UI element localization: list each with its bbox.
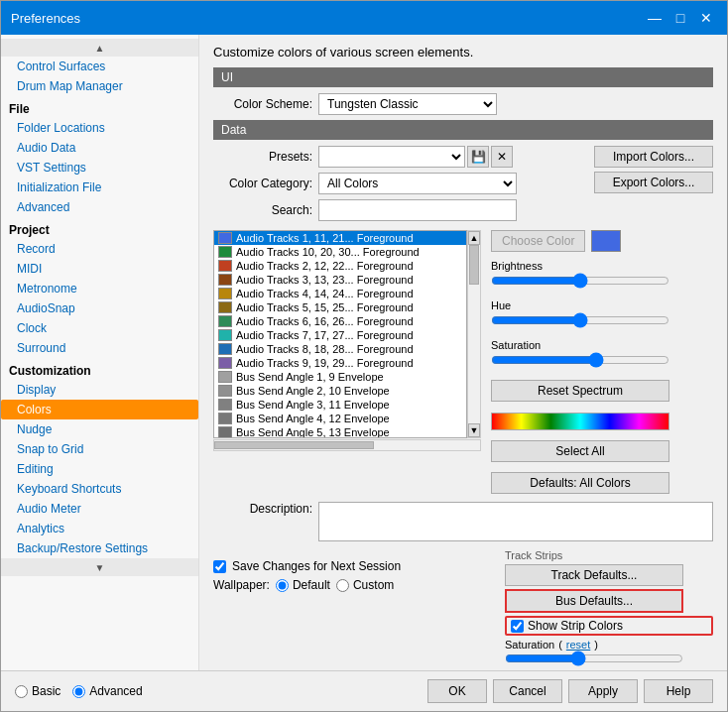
list-item-label: Audio Tracks 1, 11, 21... Foreground (236, 232, 414, 244)
sidebar-scroll-down[interactable]: ▼ (1, 558, 198, 576)
hue-slider[interactable] (491, 312, 669, 328)
main-content: ▲ Control Surfaces Drum Map Manager File… (1, 35, 727, 670)
list-item[interactable]: Audio Tracks 5, 15, 25... Foreground (214, 300, 466, 314)
list-item[interactable]: Audio Tracks 3, 13, 23... Foreground (214, 273, 466, 287)
sidebar-item-analytics[interactable]: Analytics (1, 519, 198, 538)
color-list[interactable]: Audio Tracks 1, 11, 21... ForegroundAudi… (213, 230, 467, 438)
list-item[interactable]: Bus Send Angle 4, 12 Envelope (214, 412, 466, 425)
sidebar-item-control-surfaces[interactable]: Control Surfaces (1, 57, 198, 76)
custom-radio-text: Custom (353, 578, 394, 592)
minimize-button[interactable]: — (644, 7, 666, 29)
saturation-row: Saturation ( reset ) (505, 639, 713, 651)
color-preview (591, 230, 621, 252)
sidebar-item-surround[interactable]: Surround (1, 338, 198, 358)
basic-radio[interactable] (15, 685, 28, 698)
list-item[interactable]: Audio Tracks 10, 20, 30... Foreground (214, 245, 466, 259)
list-item[interactable]: Audio Tracks 8, 18, 28... Foreground (214, 342, 466, 356)
scroll-down-btn[interactable]: ▼ (468, 423, 480, 437)
save-changes-checkbox[interactable] (213, 560, 226, 573)
footer: Basic Advanced OK Cancel Apply Help (1, 670, 727, 711)
presets-select[interactable] (318, 146, 465, 168)
panel-description: Customize colors of various screen eleme… (213, 45, 713, 59)
reset-spectrum-btn[interactable]: Reset Spectrum (491, 380, 669, 402)
bus-defaults-btn[interactable]: Bus Defaults... (505, 589, 683, 613)
export-colors-btn[interactable]: Export Colors... (594, 172, 713, 193)
brightness-slider[interactable] (491, 273, 669, 289)
maximize-button[interactable]: □ (669, 7, 691, 29)
horizontal-scrollbar[interactable] (213, 439, 481, 451)
wallpaper-custom-radio[interactable] (336, 579, 349, 592)
description-row: Description: (213, 502, 713, 541)
sidebar-item-clock[interactable]: Clock (1, 318, 198, 338)
sidebar-item-record[interactable]: Record (1, 239, 198, 259)
sidebar-item-midi[interactable]: MIDI (1, 259, 198, 279)
save-changes-row: Save Changes for Next Session (213, 559, 495, 573)
sat-close-paren: ) (594, 639, 598, 651)
list-item-label: Audio Tracks 6, 16, 26... Foreground (236, 315, 414, 327)
cancel-button[interactable]: Cancel (493, 679, 562, 703)
list-item[interactable]: Audio Tracks 2, 12, 22... Foreground (214, 259, 466, 273)
color-scheme-select[interactable]: Tungsten Classic (318, 93, 497, 115)
sidebar-item-drum-map[interactable]: Drum Map Manager (1, 76, 198, 96)
advanced-radio-label: Advanced (72, 684, 142, 698)
choose-color-row: Choose Color (491, 230, 713, 252)
list-item[interactable]: Bus Send Angle 1, 9 Envelope (214, 370, 466, 384)
sidebar-item-display[interactable]: Display (1, 380, 198, 400)
list-item[interactable]: Bus Send Angle 5, 13 Envelope (214, 425, 466, 438)
sidebar-item-audio-data[interactable]: Audio Data (1, 138, 198, 158)
list-item-label: Audio Tracks 4, 14, 24... Foreground (236, 288, 414, 299)
import-colors-btn[interactable]: Import Colors... (594, 146, 713, 168)
list-item[interactable]: Audio Tracks 1, 11, 21... Foreground (214, 231, 466, 245)
brightness-label: Brightness (491, 260, 713, 272)
list-item-label: Audio Tracks 9, 19, 29... Foreground (236, 357, 414, 369)
search-input[interactable] (318, 199, 517, 221)
show-strip-checkbox[interactable] (511, 620, 524, 633)
saturation-reset-link[interactable]: reset (566, 639, 590, 651)
advanced-radio[interactable] (72, 685, 85, 698)
category-select[interactable]: All Colors (318, 173, 517, 194)
sidebar-item-advanced[interactable]: Advanced (1, 197, 198, 217)
sidebar-item-audiosnap[interactable]: AudioSnap (1, 298, 198, 318)
list-item[interactable]: Audio Tracks 7, 17, 27... Foreground (214, 328, 466, 342)
help-button[interactable]: Help (644, 679, 713, 703)
sidebar-item-audio-meter[interactable]: Audio Meter (1, 499, 198, 519)
scroll-track[interactable] (468, 245, 480, 423)
wallpaper-row: Wallpaper: Default Custom (213, 578, 495, 592)
sidebar-item-metronome[interactable]: Metronome (1, 279, 198, 298)
defaults-all-colors-btn[interactable]: Defaults: All Colors (491, 472, 669, 494)
sidebar-item-snap-to-grid[interactable]: Snap to Grid (1, 439, 198, 459)
color-swatch (218, 246, 232, 258)
sidebar-item-backup-restore[interactable]: Backup/Restore Settings (1, 538, 198, 558)
sidebar-item-editing[interactable]: Editing (1, 459, 198, 479)
hscroll-thumb (214, 441, 374, 449)
list-item[interactable]: Bus Send Angle 3, 11 Envelope (214, 398, 466, 412)
list-item[interactable]: Bus Send Angle 2, 10 Envelope (214, 384, 466, 398)
select-all-btn[interactable]: Select All (491, 440, 669, 462)
track-defaults-btn[interactable]: Track Defaults... (505, 564, 683, 586)
color-swatch (218, 343, 232, 355)
sidebar-item-keyboard-shortcuts[interactable]: Keyboard Shortcuts (1, 479, 198, 499)
sidebar-item-folder-locations[interactable]: Folder Locations (1, 118, 198, 138)
list-item-label: Audio Tracks 2, 12, 22... Foreground (236, 260, 414, 272)
list-item[interactable]: Audio Tracks 9, 19, 29... Foreground (214, 356, 466, 370)
strip-saturation-slider[interactable] (505, 651, 683, 666)
sidebar-scroll-up[interactable]: ▲ (1, 39, 198, 57)
save-preset-btn[interactable]: 💾 (467, 146, 489, 168)
sidebar-item-colors[interactable]: Colors (1, 400, 198, 419)
close-button[interactable]: ✕ (695, 7, 717, 29)
sidebar-item-initialization-file[interactable]: Initialization File (1, 178, 198, 197)
list-item[interactable]: Audio Tracks 4, 14, 24... Foreground (214, 287, 466, 300)
saturation-slider[interactable] (491, 352, 669, 368)
wallpaper-default-radio[interactable] (276, 579, 289, 592)
apply-button[interactable]: Apply (568, 679, 638, 703)
sidebar-item-vst-settings[interactable]: VST Settings (1, 158, 198, 178)
list-item[interactable]: Audio Tracks 6, 16, 26... Foreground (214, 314, 466, 328)
delete-preset-btn[interactable]: ✕ (491, 146, 513, 168)
description-textarea[interactable] (318, 502, 713, 541)
choose-color-btn[interactable]: Choose Color (491, 230, 585, 252)
sidebar-item-nudge[interactable]: Nudge (1, 419, 198, 439)
basic-radio-text: Basic (32, 684, 61, 698)
vertical-scrollbar[interactable]: ▲ ▼ (467, 230, 481, 438)
ok-button[interactable]: OK (427, 679, 487, 703)
scroll-up-btn[interactable]: ▲ (468, 231, 480, 245)
